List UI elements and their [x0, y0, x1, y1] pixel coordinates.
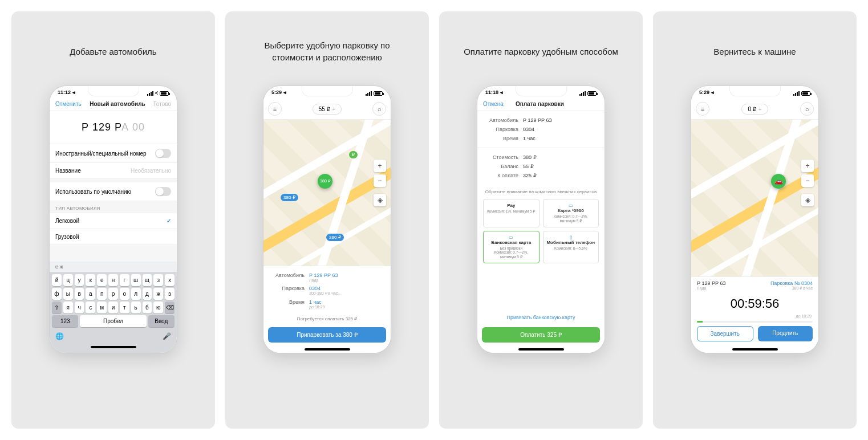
kv-key: Автомобиль	[269, 272, 309, 282]
price-bubble[interactable]: 380 ₽	[281, 194, 298, 201]
kv-time[interactable]: Время 1 часдо 18:29	[269, 298, 385, 311]
zoom-out-button[interactable]: −	[801, 174, 814, 187]
backspace-key[interactable]: ⌫	[165, 302, 175, 313]
key[interactable]: ф	[52, 288, 62, 300]
key[interactable]: г	[120, 274, 129, 286]
key[interactable]: щ	[143, 274, 152, 286]
pay-title: Карта *0900	[546, 208, 597, 213]
kb-row-2: ф ы в а п р о л д ж э	[52, 288, 175, 300]
key[interactable]: м	[97, 302, 107, 313]
mic-icon[interactable]: 🎤	[160, 331, 173, 341]
license-plate-input[interactable]: Р 129 РА 00	[50, 111, 177, 144]
kv-parking[interactable]: Парковка 0304200-380 ₽ в час…	[269, 284, 385, 298]
kb-row-1: й ц у к е н г ш щ з х	[52, 274, 175, 286]
key[interactable]: ю	[153, 302, 163, 313]
key[interactable]: а	[86, 288, 95, 300]
search-button[interactable]: ⌕	[800, 102, 814, 116]
key[interactable]: х	[165, 274, 175, 286]
locate-button[interactable]: ◈	[801, 194, 814, 206]
type-option-truck[interactable]: Грузовой	[50, 229, 177, 245]
status-time: 11:12 ◂	[58, 89, 75, 97]
link-card-button[interactable]: Привязать банковскую карту	[477, 311, 605, 324]
plus-icon: +	[332, 106, 336, 112]
key[interactable]: о	[120, 288, 129, 300]
key[interactable]: ч	[75, 302, 84, 313]
done-button[interactable]: Готово	[153, 101, 171, 107]
toggle-icon[interactable]	[155, 187, 171, 196]
key[interactable]: с	[86, 302, 95, 313]
price-bubble[interactable]: ₽	[349, 151, 358, 158]
key[interactable]: л	[131, 288, 141, 300]
key[interactable]: ы	[63, 288, 73, 300]
button-row: Завершить Продлить	[691, 326, 818, 346]
screen-body: Р 129 РА 00 Иностранный/специальный номе…	[50, 111, 177, 353]
locate-button[interactable]: ◈	[374, 194, 386, 206]
map[interactable]: 🚗 + − ◈	[691, 120, 818, 276]
key[interactable]: р	[108, 288, 118, 300]
key[interactable]: д	[143, 288, 152, 300]
enter-key[interactable]: Ввод	[148, 315, 175, 327]
key[interactable]: э	[165, 288, 175, 300]
foreign-toggle-row[interactable]: Иностранный/специальный номер	[50, 144, 177, 163]
car-pin[interactable]: 🚗	[771, 174, 786, 189]
extend-button[interactable]: Продлить	[758, 326, 813, 341]
caption: Выберите удобную парковку по стоимости и…	[231, 34, 423, 68]
kv-car: АвтомобильР 129 РР 63	[483, 116, 599, 125]
zoom-in-button[interactable]: +	[374, 160, 386, 172]
key[interactable]: з	[153, 274, 163, 286]
key[interactable]: ж	[153, 288, 163, 300]
key[interactable]: б	[143, 302, 152, 313]
key[interactable]: ш	[131, 274, 141, 286]
pay-option-phone[interactable]: ▯ Мобильный телефон Комиссия: 0—5,6%	[543, 231, 599, 263]
globe-icon[interactable]: 🌐	[53, 331, 66, 341]
home-indicator	[732, 348, 778, 351]
parking-pin[interactable]: 380 ₽	[318, 174, 332, 189]
key[interactable]: т	[120, 302, 129, 313]
type-option-car[interactable]: Легковой ✓	[50, 213, 177, 229]
search-button[interactable]: ⌕	[372, 102, 386, 116]
kv-car[interactable]: Автомобиль Р 129 РР 63Лада	[269, 271, 385, 284]
key[interactable]: п	[97, 288, 107, 300]
end-button[interactable]: Завершить	[697, 326, 753, 341]
caption: Оплатите парковку удобным способом	[447, 34, 635, 68]
key[interactable]: я	[63, 302, 73, 313]
menu-button[interactable]: ≡	[696, 102, 709, 116]
key[interactable]: и	[108, 302, 118, 313]
price-bubble[interactable]: 380 ₽	[326, 234, 344, 241]
numeric-key[interactable]: 123	[52, 315, 78, 327]
pay-option-applepay[interactable]: Pay Комиссия: 1%, минимум 5 ₽	[483, 199, 540, 227]
key[interactable]: ц	[63, 274, 73, 286]
key[interactable]: у	[75, 274, 84, 286]
pay-button[interactable]: Оплатить 325 ₽	[482, 327, 600, 343]
toggle-icon[interactable]	[155, 149, 171, 158]
key[interactable]: к	[86, 274, 95, 286]
menu-button[interactable]: ≡	[268, 102, 282, 116]
key[interactable]: ь	[131, 302, 141, 313]
name-input-row[interactable]: Название Необязательно	[50, 163, 177, 179]
pay-option-newcard[interactable]: ▭ Банковская карта Без привязки Комиссия…	[483, 231, 540, 263]
default-toggle-row[interactable]: Использовать по умолчанию	[50, 182, 177, 201]
key[interactable]: й	[52, 274, 62, 286]
balance-pill[interactable]: 0 ₽ +	[741, 104, 768, 115]
screen-body: 🚗 + − ◈ Р 129 РР 63 Лада Парковка № 0304…	[691, 120, 818, 353]
kv-value: 1 час	[523, 136, 536, 141]
map[interactable]: 380 ₽ 380 ₽ ₽ 380 ₽ + − ◈	[263, 120, 391, 266]
kv-key: Время	[269, 299, 309, 309]
cancel-button[interactable]: Отмена	[483, 101, 504, 107]
park-button[interactable]: Припарковать за 380 ₽	[268, 327, 386, 343]
key[interactable]: е	[97, 274, 107, 286]
status-icons: ⧼	[147, 89, 169, 97]
kv-due: К оплате325 ₽	[483, 171, 599, 180]
plus-icon: +	[759, 106, 762, 112]
key[interactable]: в	[75, 288, 84, 300]
space-key[interactable]: Пробел	[80, 315, 146, 327]
park-link[interactable]: Парковка № 0304	[770, 280, 813, 286]
shift-key[interactable]: ⇧	[52, 302, 62, 313]
pay-option-card[interactable]: ▭ Карта *0900 Комиссия: 0,7—2%, минимум …	[543, 199, 599, 227]
zoom-out-button[interactable]: −	[374, 174, 386, 187]
balance-pill[interactable]: 55 ₽ +	[313, 104, 342, 115]
pay-commission: Без привязки Комиссия: 0,7—2%, минимум 5…	[486, 246, 537, 259]
key[interactable]: н	[108, 274, 118, 286]
cancel-button[interactable]: Отменить	[55, 101, 82, 107]
zoom-in-button[interactable]: +	[801, 160, 814, 172]
